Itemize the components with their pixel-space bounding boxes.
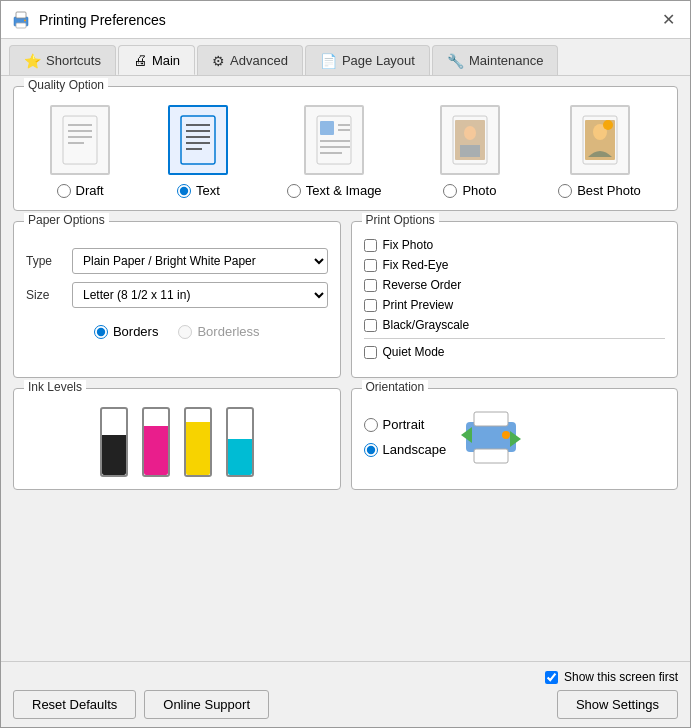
size-select[interactable]: Letter (8 1/2 x 11 in)	[72, 282, 328, 308]
ink-levels-group: Ink Levels	[13, 388, 341, 490]
quality-options: Draft	[26, 95, 665, 198]
orientation-options: Portrait Landscape	[364, 397, 666, 467]
tab-main-label: Main	[152, 53, 180, 68]
quality-best-photo-label[interactable]: Best Photo	[558, 183, 641, 198]
print-preview-option[interactable]: Print Preview	[364, 298, 666, 312]
fix-photo-option[interactable]: Fix Photo	[364, 238, 666, 252]
print-preview-checkbox[interactable]	[364, 299, 377, 312]
tab-advanced[interactable]: ⚙ Advanced	[197, 45, 303, 75]
quality-text-image[interactable]: Text & Image	[287, 105, 382, 198]
landscape-label[interactable]: Landscape	[364, 442, 447, 457]
reset-defaults-button[interactable]: Reset Defaults	[13, 690, 136, 719]
ink-yellow-bar	[184, 407, 212, 477]
tab-advanced-label: Advanced	[230, 53, 288, 68]
borders-label[interactable]: Borders	[94, 324, 159, 339]
quality-best-photo-radio[interactable]	[558, 184, 572, 198]
printer-icon	[11, 10, 31, 30]
maintenance-icon: 🔧	[447, 53, 464, 69]
quiet-mode-option[interactable]: Quiet Mode	[364, 345, 666, 359]
svg-point-33	[502, 431, 510, 439]
quality-icon-text-image	[304, 105, 364, 175]
ink-cyan	[226, 407, 254, 477]
black-grayscale-checkbox[interactable]	[364, 319, 377, 332]
quality-photo[interactable]: Photo	[440, 105, 500, 198]
borders-radio[interactable]	[94, 325, 108, 339]
paper-options-label: Paper Options	[24, 213, 109, 227]
close-button[interactable]: ✕	[656, 8, 680, 32]
tab-maintenance-label: Maintenance	[469, 53, 543, 68]
ink-magenta	[142, 407, 170, 477]
tab-page-layout-label: Page Layout	[342, 53, 415, 68]
quality-text[interactable]: Text	[168, 105, 228, 198]
svg-rect-2	[16, 23, 26, 28]
quality-icon-photo	[440, 105, 500, 175]
show-screen-label[interactable]: Show this screen first	[545, 670, 678, 684]
quiet-mode-checkbox[interactable]	[364, 346, 377, 359]
title-bar: Printing Preferences ✕	[1, 1, 690, 39]
fix-red-eye-option[interactable]: Fix Red-Eye	[364, 258, 666, 272]
ink-black-bar	[100, 407, 128, 477]
quality-text-image-label[interactable]: Text & Image	[287, 183, 382, 198]
tab-page-layout[interactable]: 📄 Page Layout	[305, 45, 430, 75]
show-screen-row: Show this screen first	[13, 670, 678, 684]
quality-best-photo[interactable]: Best Photo	[558, 105, 641, 198]
print-options-list: Fix Photo Fix Red-Eye Reverse Order Prin…	[364, 230, 666, 359]
portrait-radio[interactable]	[364, 418, 378, 432]
quality-text-image-radio[interactable]	[287, 184, 301, 198]
separator	[364, 338, 666, 339]
type-field: Type Plain Paper / Bright White Paper	[26, 248, 328, 274]
best-photo-svg	[580, 115, 620, 165]
paper-fields: Type Plain Paper / Bright White Paper Si…	[26, 230, 328, 339]
bottom-row: Ink Levels	[13, 388, 678, 490]
orientation-group: Orientation Portrait Landscape	[351, 388, 679, 490]
reverse-order-checkbox[interactable]	[364, 279, 377, 292]
quality-text-radio[interactable]	[177, 184, 191, 198]
ink-yellow-fill	[186, 422, 210, 475]
quality-icon-text	[168, 105, 228, 175]
quality-group: Quality Option	[13, 86, 678, 211]
type-select[interactable]: Plain Paper / Bright White Paper	[72, 248, 328, 274]
ink-yellow	[184, 407, 212, 477]
tab-shortcuts-label: Shortcuts	[46, 53, 101, 68]
reverse-order-option[interactable]: Reverse Order	[364, 278, 666, 292]
quality-draft-label[interactable]: Draft	[57, 183, 104, 198]
title-bar-left: Printing Preferences	[11, 10, 166, 30]
landscape-radio[interactable]	[364, 443, 378, 457]
orientation-printer-icon	[456, 407, 526, 467]
svg-point-3	[24, 19, 26, 21]
text-svg	[178, 115, 218, 165]
quality-text-label[interactable]: Text	[177, 183, 220, 198]
page-layout-icon: 📄	[320, 53, 337, 69]
black-grayscale-option[interactable]: Black/Grayscale	[364, 318, 666, 332]
main-window: Printing Preferences ✕ ⭐ Shortcuts 🖨 Mai…	[0, 0, 691, 728]
fix-photo-checkbox[interactable]	[364, 239, 377, 252]
ink-cyan-bar	[226, 407, 254, 477]
ink-black-fill	[102, 435, 126, 475]
text-image-svg	[314, 115, 354, 165]
advanced-icon: ⚙	[212, 53, 225, 69]
quality-draft[interactable]: Draft	[50, 105, 110, 198]
fix-red-eye-checkbox[interactable]	[364, 259, 377, 272]
show-screen-checkbox[interactable]	[545, 671, 558, 684]
quality-photo-label[interactable]: Photo	[443, 183, 496, 198]
borderless-label[interactable]: Borderless	[178, 324, 259, 339]
shortcuts-icon: ⭐	[24, 53, 41, 69]
quality-draft-radio[interactable]	[57, 184, 71, 198]
tab-shortcuts[interactable]: ⭐ Shortcuts	[9, 45, 116, 75]
show-settings-button[interactable]: Show Settings	[557, 690, 678, 719]
footer-buttons-left: Reset Defaults Online Support	[13, 690, 269, 719]
quality-photo-radio[interactable]	[443, 184, 457, 198]
tab-maintenance[interactable]: 🔧 Maintenance	[432, 45, 558, 75]
print-options-label: Print Options	[362, 213, 439, 227]
middle-row: Paper Options Type Plain Paper / Bright …	[13, 221, 678, 378]
size-field: Size Letter (8 1/2 x 11 in)	[26, 282, 328, 308]
ink-magenta-fill	[144, 426, 168, 476]
online-support-button[interactable]: Online Support	[144, 690, 269, 719]
draft-svg	[60, 115, 100, 165]
ink-black	[100, 407, 128, 477]
footer: Show this screen first Reset Defaults On…	[1, 661, 690, 727]
print-options-group: Print Options Fix Photo Fix Red-Eye Reve…	[351, 221, 679, 378]
portrait-label[interactable]: Portrait	[364, 417, 447, 432]
svg-rect-31	[474, 412, 508, 426]
tab-main[interactable]: 🖨 Main	[118, 45, 195, 75]
